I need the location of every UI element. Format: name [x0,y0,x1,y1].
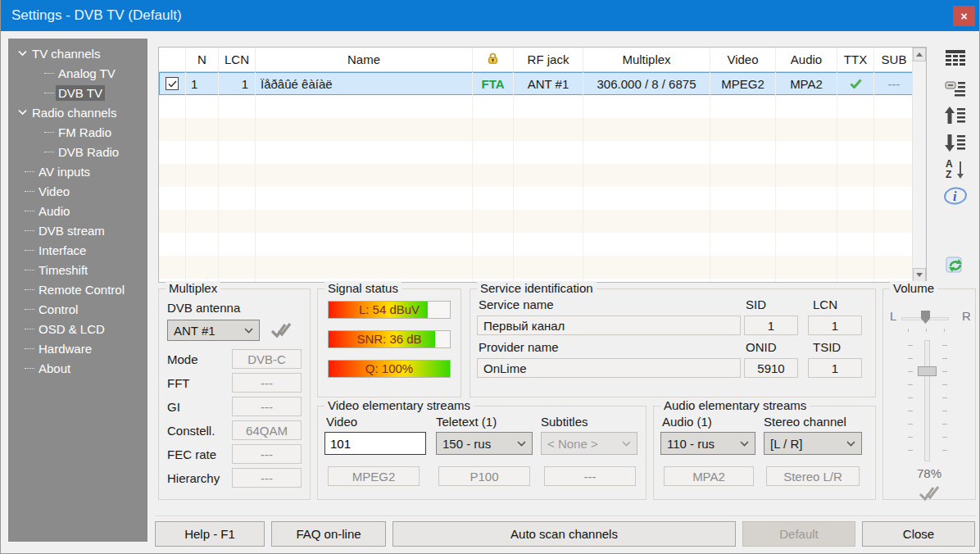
chevron-down-icon [846,441,855,447]
header-encryption[interactable] [473,48,514,71]
tree-line [44,93,54,93]
stereo-info-field: Stereo L/R [766,466,860,486]
sidebar-item-tv-channels[interactable]: TV channels [8,43,147,63]
header-ttx[interactable]: TTX [837,48,874,71]
channel-table-header: N LCN Name RF jack Multiplex Video Audio… [159,48,914,72]
sidebar-item-about[interactable]: About [8,358,147,378]
empty-row [159,233,914,256]
audio-select[interactable]: 110 - rus [660,432,755,455]
refresh-button[interactable] [941,252,969,277]
check-icon [168,80,177,88]
group-title: Audio elementary streams [660,398,810,412]
close-dialog-button[interactable]: Close [862,521,975,547]
service-identification-group: Service identification Service name SID … [470,288,876,397]
title-bar[interactable]: Settings - DVB TV (Default) × [1,0,979,31]
teletext-page-field: P100 [438,466,530,486]
header-name[interactable]: Name [256,48,473,71]
apply-check-icon[interactable] [270,321,294,339]
channel-table: N LCN Name RF jack Multiplex Video Audio… [158,47,927,283]
chevron-down-icon [622,441,631,447]
faq-button[interactable]: FAQ on-line [271,521,386,547]
close-button[interactable]: × [953,6,975,26]
sidebar-item-dvb-stream[interactable]: DVB stream [8,220,147,240]
svg-text:Z: Z [946,169,951,179]
sidebar-item-osd-lcd[interactable]: OSD & LCD [8,319,147,338]
header-lcn[interactable]: LCN [219,48,256,71]
scroll-up-button[interactable] [913,48,926,61]
sidebar-item-audio[interactable]: Audio [8,201,147,220]
sid-label: SID [746,297,766,311]
header-audio[interactable]: Audio [776,48,837,71]
cell-video: MPEG2 [710,72,776,95]
stereo-channel-select[interactable]: [L / R] [764,432,862,455]
header-checkbox-col[interactable] [159,48,186,71]
svg-text:A: A [946,158,953,170]
sidebar-item-fm-radio[interactable]: FM Radio [8,122,147,142]
scroll-down-button[interactable] [913,268,926,282]
provider-name-label: Provider name [479,340,559,354]
sidebar-item-dvb-radio[interactable]: DVB Radio [8,142,147,161]
cell-ttx [837,72,874,95]
empty-row [159,187,914,210]
hierarchy-label: Hierarchy [167,471,220,485]
scroll-up-icon [916,52,923,57]
sidebar-item-control[interactable]: Control [8,299,147,319]
header-video[interactable]: Video [710,48,776,71]
volume-slider[interactable] [924,340,930,461]
header-n[interactable]: N [186,48,219,71]
move-up-button[interactable] [941,103,969,128]
group-title: Signal status [324,281,402,295]
sidebar-item-interface[interactable]: Interface [8,240,147,260]
cell-name: Ïåðâûé êàíàë [256,72,473,95]
balance-slider-thumb[interactable] [921,311,930,324]
sid-field: 1 [744,316,798,335]
empty-row [159,118,914,141]
cell-multiplex: 306.000 / 8 / 6875 [583,72,710,95]
move-down-button[interactable] [941,130,969,155]
help-button[interactable]: Help - F1 [155,521,265,547]
subtitles-info-field: --- [544,466,636,486]
sort-az-button[interactable]: AZ [941,157,969,181]
channel-row[interactable]: 1 1 Ïåðâûé êàíàë FTA ANT #1 306.000 / 8 … [159,72,914,95]
sidebar-item-timeshift[interactable]: Timeshift [8,260,147,279]
lcn-label: LCN [813,297,837,311]
refresh-icon [945,254,966,275]
video-pid-input[interactable]: 101 [324,432,426,455]
channel-grid-button[interactable] [941,46,969,70]
sidebar-item-dvb-tv[interactable]: DVB TV [8,83,147,102]
channel-enabled-checkbox[interactable] [166,77,179,90]
sidebar-item-av-inputs[interactable]: AV inputs [8,161,147,181]
sidebar-item-hardware[interactable]: Hardware [8,338,147,358]
cell-access: FTA [473,72,514,95]
teletext-select[interactable]: 150 - rus [436,432,533,455]
stereo-channel-label: Stereo channel [764,415,846,429]
footer-separator [155,515,976,516]
chevron-down-icon[interactable] [18,109,29,116]
video-pid-label: Video [326,415,357,429]
auto-scan-button[interactable]: Auto scan channels [392,521,736,547]
chevron-down-icon [244,328,253,334]
group-title: Service identification [477,281,597,295]
apply-check-icon[interactable] [918,484,942,502]
chevron-down-icon [740,441,749,447]
info-button[interactable]: i [941,184,969,208]
sidebar-item-video[interactable]: Video [8,181,147,201]
sidebar-item-label: TV channels [29,46,102,61]
renumber-button[interactable] [941,77,969,102]
sidebar-item-radio-channels[interactable]: Radio channels [8,102,147,122]
volume-percent: 78% [883,466,975,480]
provider-name-field: OnLime [477,358,741,378]
multiplex-group: Multiplex DVB antenna ANT #1 ModeDVB-C F… [158,288,311,500]
gi-field: --- [232,397,302,416]
sidebar-item-remote-control[interactable]: Remote Control [8,279,147,299]
volume-slider-thumb[interactable] [918,366,937,376]
header-multiplex[interactable]: Multiplex [583,48,710,71]
chevron-down-icon[interactable] [18,50,29,57]
header-sub[interactable]: SUB [874,48,914,71]
dvb-antenna-select[interactable]: ANT #1 [167,320,260,341]
fft-label: FFT [167,376,190,390]
window-title: Settings - DVB TV (Default) [11,7,182,24]
table-scrollbar[interactable] [912,48,926,282]
sidebar-item-analog-tv[interactable]: Analog TV [8,63,147,83]
header-rf-jack[interactable]: RF jack [514,48,583,71]
